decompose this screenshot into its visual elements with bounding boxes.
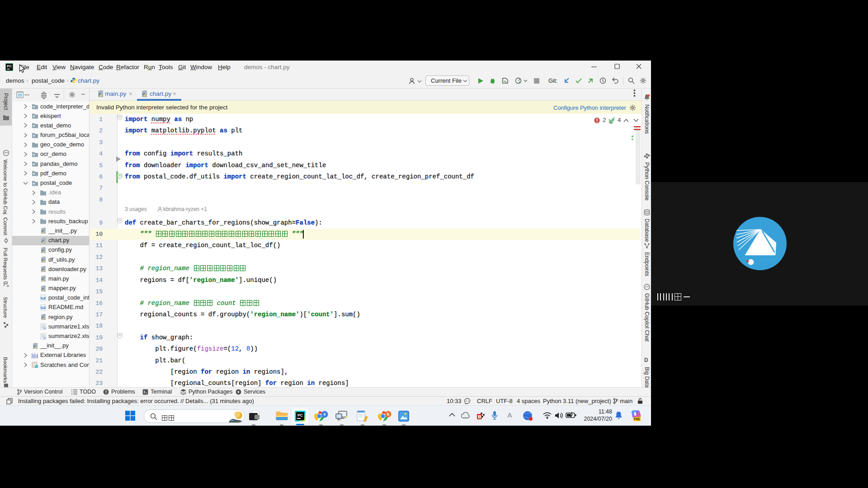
svg-text:PRE: PRE [634,418,640,421]
svg-text:PC: PC [297,413,303,418]
